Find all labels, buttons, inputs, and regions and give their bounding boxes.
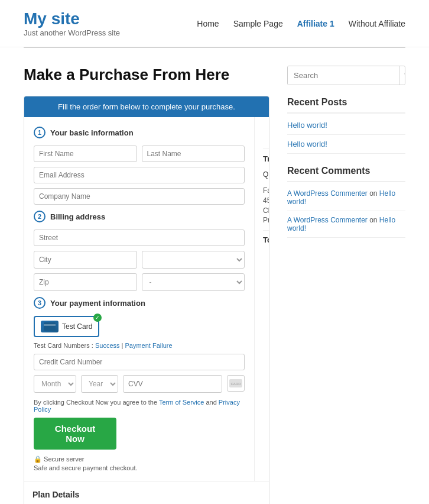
site-branding: My site Just another WordPress site bbox=[24, 9, 120, 37]
card-icon bbox=[41, 321, 58, 332]
email-row bbox=[34, 167, 245, 183]
form-left: 1 Your basic information bbox=[24, 117, 255, 481]
card-check-icon: ✓ bbox=[93, 314, 102, 322]
section1-label: Your basic information bbox=[50, 128, 134, 137]
product-description: Farmtrac 45 EPI Classic Pro x 1 bbox=[263, 186, 269, 225]
street-input[interactable] bbox=[34, 230, 245, 246]
svg-point-21 bbox=[405, 71, 406, 77]
secure-badge: 🔒 Secure server bbox=[34, 455, 245, 463]
secure-text: Safe and secure payment checkout. bbox=[34, 464, 245, 471]
nav-sample-page[interactable]: Sample Page bbox=[233, 19, 283, 28]
sidebar: Recent Posts Hello world! Hello world! R… bbox=[287, 66, 405, 504]
search-box bbox=[287, 66, 405, 85]
recent-posts-title: Recent Posts bbox=[287, 97, 405, 114]
quantity-row: Quantity bbox=[263, 168, 269, 181]
main-nav: Home Sample Page Affiliate 1 Without Aff… bbox=[197, 19, 405, 28]
street-row bbox=[34, 230, 245, 246]
site-tagline: Just another WordPress site bbox=[24, 28, 120, 37]
quantity-label: Quantity bbox=[263, 170, 269, 179]
card-label: Test Card bbox=[62, 322, 92, 331]
site-title: My site bbox=[24, 9, 120, 28]
success-link[interactable]: Success bbox=[95, 342, 120, 349]
section3-num: 3 bbox=[34, 297, 46, 309]
recent-post-2[interactable]: Hello world! bbox=[287, 140, 405, 154]
name-row bbox=[34, 146, 245, 162]
content-area: Make a Purchase From Here Fill the order… bbox=[24, 66, 269, 504]
purchase-details-panel: Purchase Details Tractors Quantity Farmt… bbox=[255, 117, 269, 481]
country-select[interactable] bbox=[142, 251, 245, 269]
section3-header: 3 Your payment information bbox=[34, 297, 245, 309]
page-title: Make a Purchase From Here bbox=[24, 66, 269, 84]
card-option[interactable]: Test Card ✓ bbox=[34, 316, 99, 337]
site-header: My site Just another WordPress site Home… bbox=[0, 0, 429, 47]
form-header: Fill the order form below to complete yo… bbox=[24, 96, 269, 117]
svg-rect-0 bbox=[44, 322, 56, 331]
city-country-row bbox=[34, 251, 245, 269]
recent-comments-title: Recent Comments bbox=[287, 166, 405, 182]
comment-author-2[interactable]: A WordPress Commenter bbox=[287, 216, 368, 224]
email-input[interactable] bbox=[34, 167, 245, 183]
year-select[interactable]: Year bbox=[81, 375, 118, 393]
last-name-input[interactable] bbox=[142, 146, 245, 162]
agreement-text: By clicking Checkout Now you agree to th… bbox=[34, 399, 245, 413]
total-row: Total $8475.31 bbox=[263, 230, 269, 244]
zip-row: - bbox=[34, 273, 245, 291]
svg-rect-1 bbox=[44, 324, 56, 326]
form-body: 1 Your basic information bbox=[24, 117, 269, 481]
test-card-info: Test Card Numbers : Success | Payment Fa… bbox=[34, 342, 245, 349]
comment-1: A WordPress Commenter on Hello world! bbox=[287, 189, 405, 211]
state-select[interactable]: - bbox=[142, 273, 245, 291]
secure-info: 🔒 Secure server Safe and secure payment … bbox=[34, 455, 245, 471]
card-type-icon: CARD bbox=[227, 375, 245, 392]
purchase-details-title: Purchase Details bbox=[263, 125, 269, 148]
comment-2: A WordPress Commenter on Hello world! bbox=[287, 216, 405, 238]
section1-num: 1 bbox=[34, 127, 46, 138]
plan-details-section: Plan Details bbox=[24, 481, 269, 504]
company-input[interactable] bbox=[34, 188, 245, 205]
cvv-input[interactable] bbox=[123, 375, 222, 393]
search-button[interactable] bbox=[399, 66, 405, 85]
cc-num-row bbox=[34, 354, 245, 370]
svg-text:CARD: CARD bbox=[230, 382, 241, 386]
section2-label: Billing address bbox=[50, 212, 105, 221]
comment-author-1[interactable]: A WordPress Commenter bbox=[287, 189, 368, 198]
company-row bbox=[34, 188, 245, 205]
product-price-row: Farmtrac 45 EPI Classic Pro x 1 $8475.31… bbox=[263, 186, 269, 225]
nav-home[interactable]: Home bbox=[197, 19, 219, 28]
checkout-button[interactable]: Checkout Now bbox=[34, 418, 116, 450]
plan-details-title: Plan Details bbox=[32, 490, 261, 499]
recent-posts-section: Recent Posts Hello world! Hello world! bbox=[287, 97, 405, 154]
tos-link[interactable]: Term of Service bbox=[159, 399, 204, 406]
total-label: Total bbox=[263, 235, 269, 244]
first-name-input[interactable] bbox=[34, 146, 137, 162]
nav-affiliate1[interactable]: Affiliate 1 bbox=[297, 19, 334, 28]
zip-input[interactable] bbox=[34, 273, 137, 291]
recent-comments-section: Recent Comments A WordPress Commenter on… bbox=[287, 166, 405, 238]
recent-post-1[interactable]: Hello world! bbox=[287, 121, 405, 135]
card-details-row: Month Year CARD bbox=[34, 375, 245, 393]
section2-header: 2 Billing address bbox=[34, 211, 245, 222]
failure-link[interactable]: Payment Failure bbox=[125, 342, 172, 349]
section2-num: 2 bbox=[34, 211, 46, 222]
month-select[interactable]: Month bbox=[34, 375, 76, 393]
product-name: Tractors bbox=[263, 154, 269, 163]
search-input[interactable] bbox=[288, 66, 399, 85]
city-input[interactable] bbox=[34, 251, 137, 269]
search-icon bbox=[404, 70, 405, 79]
purchase-form-wrapper: Fill the order form below to complete yo… bbox=[24, 96, 269, 504]
credit-card-input[interactable] bbox=[34, 354, 245, 370]
section1-header: 1 Your basic information bbox=[34, 127, 245, 138]
section3-label: Your payment information bbox=[50, 299, 145, 308]
nav-without-affiliate[interactable]: Without Affiliate bbox=[349, 19, 405, 28]
